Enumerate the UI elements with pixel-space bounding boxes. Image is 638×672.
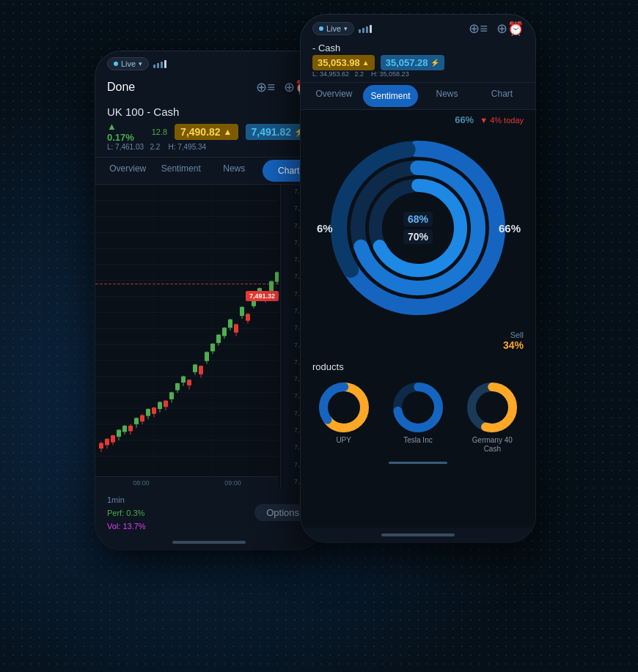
big-donut-container: 6% 68% 70% 66% [301,125,535,331]
svg-rect-25 [111,435,115,442]
tab-overview-left[interactable]: Overview [101,158,155,184]
instrument-name-left: UK 100 - Cash [107,106,311,118]
done-button[interactable]: Done [107,81,135,94]
tab-news-right[interactable]: News [419,83,474,109]
scroll-bar [389,462,447,464]
live-badge-right: Live ▾ [312,22,354,35]
svg-rect-65 [210,344,215,351]
svg-rect-23 [105,439,109,446]
tabs-left: Overview Sentiment News Chart [95,158,323,185]
change-value-left: 12.8 [152,128,167,136]
price-header-right: - Cash 35,053.98 ▲ 35,057.28 ⚡ L: 34,953… [301,40,535,83]
product-item-0: UPY [309,382,378,454]
chart-area-left: 7,500.00 7,498.00 7,496.00 7,494.00 7,49… [95,185,323,488]
ask-arrow-right: ⚡ [430,59,439,67]
tab-overview-right[interactable]: Overview [307,83,362,109]
svg-rect-55 [169,392,174,399]
live-badge-left: Live ▾ [107,57,149,70]
tab-sentiment-left[interactable]: Sentiment [155,158,208,184]
product-donut-1 [392,382,444,433]
signal-bar-r3 [366,26,368,33]
products-row: UPY Tesla Inc [301,376,535,459]
svg-rect-63 [205,352,209,361]
tab-chart-right[interactable]: Chart [474,83,529,109]
svg-rect-35 [187,380,191,385]
signal-bars-right [359,25,372,33]
live-dot-left [114,62,118,66]
svg-rect-27 [128,426,133,432]
svg-rect-29 [140,416,144,422]
svg-rect-31 [152,407,156,414]
home-bar-right [381,533,455,536]
svg-rect-41 [246,314,250,320]
alert-icon-right[interactable]: ⊕⏰ [496,21,524,37]
price-row-left: ▲ 0.17% 12.8 7,490.82 ▲ 7,491.82 ⚡ [107,121,311,143]
scroll-indicator [301,459,535,465]
tab-sentiment-right[interactable]: Sentiment [363,85,418,107]
chart-bottom-info: 1min Perf: 0.3% Vol: 13.7% Options [95,488,323,535]
sell-indicator: Sell 34% [301,331,535,354]
current-price-marker: 7,491.32 [246,291,279,301]
timeframe-label: 1min [107,495,125,504]
donut-label-66pct: 66% [499,222,521,235]
svg-rect-39 [234,324,238,332]
status-bar-left: Live ▾ ⓘ [95,51,323,73]
bid-price-right[interactable]: 35,053.98 ▲ [312,55,375,70]
svg-rect-67 [216,335,221,343]
phone-right: Live ▾ ⊕≡ ⊕⏰ - Cash 35,053.98 [301,15,535,542]
svg-rect-49 [134,418,139,424]
svg-rect-21 [99,443,103,449]
live-arrow-left: ▾ [139,60,142,67]
x-label-1: 09:00 [224,479,241,487]
ask-value-right: 35,057.28 [386,57,428,68]
price-row-right: 35,053.98 ▲ 35,057.28 ⚡ [312,55,524,70]
signal-bars-left [153,60,166,68]
ask-value-left: 7,491.82 [252,126,292,138]
header-left: Done ⊕≡ ⊕⏰ [95,73,323,101]
bid-arrow-left: ▲ [224,127,232,137]
products-header: roducts [301,354,535,376]
signal-bar-1 [153,64,155,68]
live-text-left: Live [121,59,136,68]
sell-percent: 34% [503,339,524,351]
watchlist-icon-right[interactable]: ⊕≡ [469,21,488,37]
svg-rect-51 [146,409,150,416]
product-donut-0 [318,382,370,433]
home-indicator-left [95,535,323,550]
product-name-1: Tesla Inc [403,436,432,445]
signal-bar-4 [164,60,166,68]
chart-canvas [95,185,279,476]
svg-rect-47 [122,426,127,432]
svg-rect-57 [175,383,180,390]
price-header-left: UK 100 - Cash ▲ 0.17% 12.8 7,490.82 ▲ 7,… [95,101,323,158]
live-dot-right [319,26,323,31]
status-bar-right: Live ▾ ⊕≡ ⊕⏰ [301,15,535,40]
spread-left: 2.2 [150,143,160,151]
donut-center-labels: 68% 70% [403,212,433,244]
bid-value-right: 35,053.98 [318,57,360,68]
vol-label: Vol: [107,522,122,531]
chart-x-labels: 08:00 09:00 [95,476,279,488]
bid-price-left[interactable]: 7,490.82 ▲ [175,124,238,140]
svg-rect-53 [158,402,162,409]
low-label-left: L: 7,461.03 [107,143,144,151]
bid-arrow-right: ▲ [362,59,370,67]
donut-label-68: 68% [403,212,433,226]
bid-value-left: 7,490.82 [180,126,221,138]
sentiment-header: 66% ▼ 4% today [301,110,535,125]
live-text-right: Live [326,24,341,33]
price-meta-left: L: 7,461.03 2.2 H: 7,495.34 [107,143,311,151]
phone-left: Live ▾ ⓘ Done ⊕≡ ⊕⏰ UK 100 - Cas [95,51,323,550]
sentiment-section: 66% ▼ 4% today [301,110,535,528]
signal-bar-r2 [362,28,364,33]
product-donut-2 [466,382,518,433]
svg-rect-37 [199,366,203,374]
svg-rect-81 [275,272,279,281]
high-label-left: H: 7,495.34 [168,143,206,151]
tab-news-left[interactable]: News [208,158,261,184]
signal-bar-r1 [359,29,361,33]
watchlist-icon-left[interactable]: ⊕≡ [256,79,275,95]
svg-rect-73 [240,307,244,316]
instrument-name-right: - Cash [312,43,524,53]
ask-price-right[interactable]: 35,057.28 ⚡ [381,55,444,70]
